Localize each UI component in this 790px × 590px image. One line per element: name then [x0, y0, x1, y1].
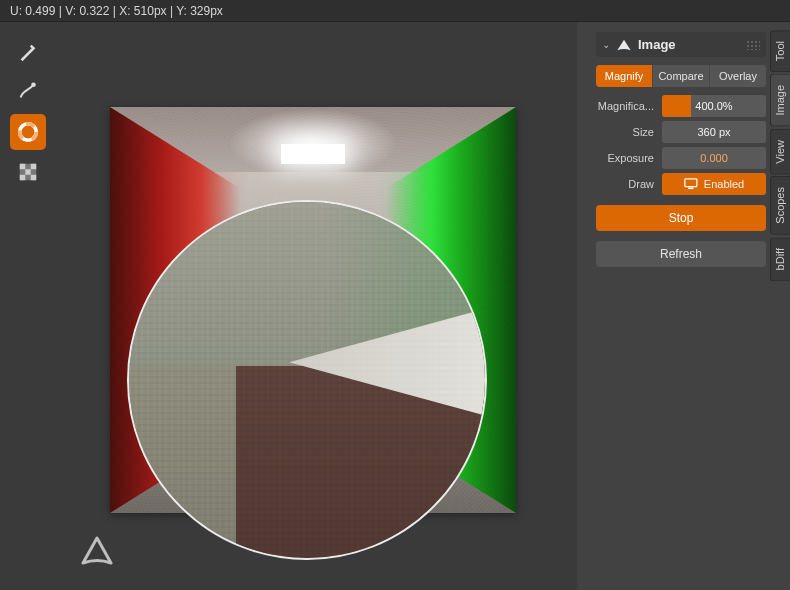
field-value: 360 px	[697, 126, 730, 138]
side-tabs: Tool Image View Scopes bDiff	[770, 30, 790, 284]
checker-icon	[17, 161, 39, 183]
annotate-tool-button[interactable]	[10, 74, 46, 110]
svg-point-3	[24, 128, 32, 136]
mode-tabs: Magnify Compare Overlay	[596, 65, 766, 87]
prop-label: Magnifica...	[596, 100, 658, 112]
panel-header[interactable]: ⌄ Image	[596, 32, 766, 57]
magnifier-lens[interactable]	[127, 200, 487, 560]
status-bar: U: 0.499 | V: 0.322 | X: 510px | Y: 329p…	[0, 0, 790, 22]
svg-rect-8	[20, 175, 26, 181]
prop-magnification: Magnifica... 400.0%	[596, 95, 766, 117]
vtab-view[interactable]: View	[770, 129, 790, 175]
vtab-scopes[interactable]: Scopes	[770, 176, 790, 235]
svg-rect-10	[685, 179, 697, 187]
prop-draw: Draw Enabled	[596, 173, 766, 195]
svg-rect-11	[688, 187, 693, 189]
field-value: 0.000	[700, 152, 728, 164]
panel-title: Image	[638, 37, 676, 52]
vtab-image[interactable]: Image	[770, 74, 790, 127]
field-value: 400.0%	[695, 100, 732, 112]
prop-size: Size 360 px	[596, 121, 766, 143]
svg-point-0	[31, 82, 36, 87]
tab-overlay[interactable]: Overlay	[710, 65, 766, 87]
prop-label: Exposure	[596, 152, 658, 164]
status-text: U: 0.499 | V: 0.322 | X: 510px | Y: 329p…	[10, 4, 223, 18]
pencil-curve-icon	[17, 81, 39, 103]
vtab-tool[interactable]: Tool	[770, 30, 790, 72]
chevron-down-icon: ⌄	[602, 39, 610, 50]
draw-toggle[interactable]: Enabled	[662, 173, 766, 195]
prop-exposure: Exposure 0.000	[596, 147, 766, 169]
prop-label: Size	[596, 126, 658, 138]
eyedropper-icon	[17, 41, 39, 63]
svg-rect-7	[25, 169, 31, 175]
vtab-bdiff[interactable]: bDiff	[770, 237, 790, 281]
size-field[interactable]: 360 px	[662, 121, 766, 143]
tab-magnify[interactable]: Magnify	[596, 65, 653, 87]
magnification-field[interactable]: 400.0%	[662, 95, 766, 117]
eyedropper-tool-button[interactable]	[10, 34, 46, 70]
properties-panel: ⌄ Image Magnify Compare Overlay Magnific…	[592, 22, 770, 590]
magnify-tool-button[interactable]	[10, 114, 46, 150]
triangle-icon	[616, 37, 632, 53]
svg-rect-9	[31, 175, 37, 181]
stop-button[interactable]: Stop	[596, 205, 766, 231]
image-viewport[interactable]	[0, 22, 577, 590]
tab-compare[interactable]: Compare	[653, 65, 710, 87]
lifesaver-icon	[17, 121, 39, 143]
checker-tool-button[interactable]	[10, 154, 46, 190]
field-value: Enabled	[704, 178, 744, 190]
svg-rect-5	[20, 164, 26, 170]
monitor-icon	[684, 178, 698, 190]
svg-rect-6	[31, 164, 37, 170]
drag-grip-icon[interactable]	[746, 40, 760, 50]
left-toolbar	[10, 34, 46, 190]
refresh-button[interactable]: Refresh	[596, 241, 766, 267]
triangle-logo-icon	[80, 536, 114, 566]
prop-label: Draw	[596, 178, 658, 190]
exposure-field[interactable]: 0.000	[662, 147, 766, 169]
